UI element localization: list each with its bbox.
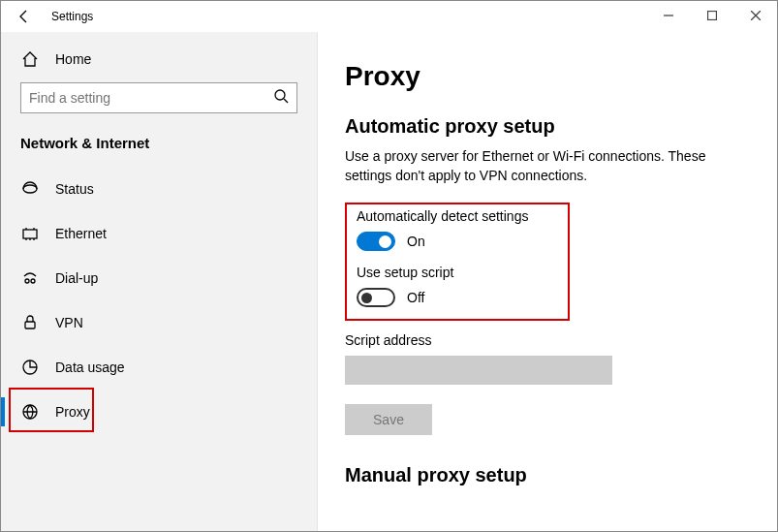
- search-icon: [273, 88, 289, 108]
- window-title: Settings: [51, 10, 93, 23]
- sidebar-item-label: Proxy: [55, 404, 90, 420]
- svg-point-1: [275, 90, 285, 100]
- sidebar-item-datausage[interactable]: Data usage: [1, 345, 317, 390]
- ethernet-icon: [20, 224, 40, 243]
- page-title: Proxy: [345, 61, 750, 92]
- svg-point-2: [23, 185, 37, 193]
- sidebar-section-header: Network & Internet: [1, 125, 317, 167]
- sidebar-item-label: Dial-up: [55, 270, 98, 286]
- search-box[interactable]: [20, 82, 297, 113]
- home-icon: [20, 49, 40, 69]
- script-address-label: Script address: [345, 332, 750, 348]
- sidebar-item-dialup[interactable]: Dial-up: [1, 256, 317, 300]
- svg-rect-6: [25, 322, 35, 329]
- section-auto-desc: Use a proxy server for Ethernet or Wi-Fi…: [345, 147, 732, 185]
- svg-point-5: [31, 279, 35, 283]
- maximize-icon: [707, 11, 717, 20]
- search-input[interactable]: [29, 90, 262, 106]
- sidebar-item-proxy[interactable]: Proxy: [1, 390, 317, 434]
- sidebar-home-label: Home: [55, 51, 91, 67]
- close-button[interactable]: [733, 1, 777, 30]
- auto-detect-toggle[interactable]: [357, 232, 395, 251]
- back-button[interactable]: [9, 1, 40, 32]
- section-manual-title: Manual proxy setup: [345, 464, 750, 486]
- use-script-toggle[interactable]: [357, 288, 395, 307]
- auto-detect-label: Automatically detect settings: [357, 208, 558, 224]
- sidebar-home[interactable]: Home: [1, 40, 317, 78]
- sidebar-item-label: Data usage: [55, 360, 125, 375]
- vpn-icon: [20, 313, 40, 332]
- sidebar-item-label: Status: [55, 181, 94, 197]
- sidebar-item-status[interactable]: Status: [1, 167, 317, 211]
- sidebar-item-ethernet[interactable]: Ethernet: [1, 211, 317, 256]
- section-auto-title: Automatic proxy setup: [345, 115, 750, 138]
- sidebar-item-vpn[interactable]: VPN: [1, 300, 317, 345]
- proxy-icon: [20, 402, 40, 422]
- use-script-label: Use setup script: [357, 265, 558, 280]
- minimize-icon: [664, 11, 673, 20]
- script-address-input[interactable]: [345, 356, 612, 385]
- svg-rect-3: [23, 230, 37, 238]
- highlighted-settings-box: Automatically detect settings On Use set…: [345, 203, 570, 321]
- close-icon: [751, 11, 761, 20]
- status-icon: [20, 179, 40, 199]
- auto-detect-state: On: [407, 234, 425, 249]
- save-button[interactable]: Save: [345, 404, 432, 435]
- maximize-button[interactable]: [690, 1, 733, 30]
- svg-rect-0: [707, 12, 716, 20]
- minimize-button[interactable]: [646, 1, 690, 30]
- arrow-left-icon: [16, 9, 32, 24]
- sidebar-item-label: Ethernet: [55, 226, 107, 241]
- dialup-icon: [20, 268, 40, 288]
- use-script-state: Off: [407, 290, 424, 305]
- datausage-icon: [20, 358, 40, 377]
- sidebar-item-label: VPN: [55, 315, 83, 330]
- svg-point-4: [25, 279, 29, 283]
